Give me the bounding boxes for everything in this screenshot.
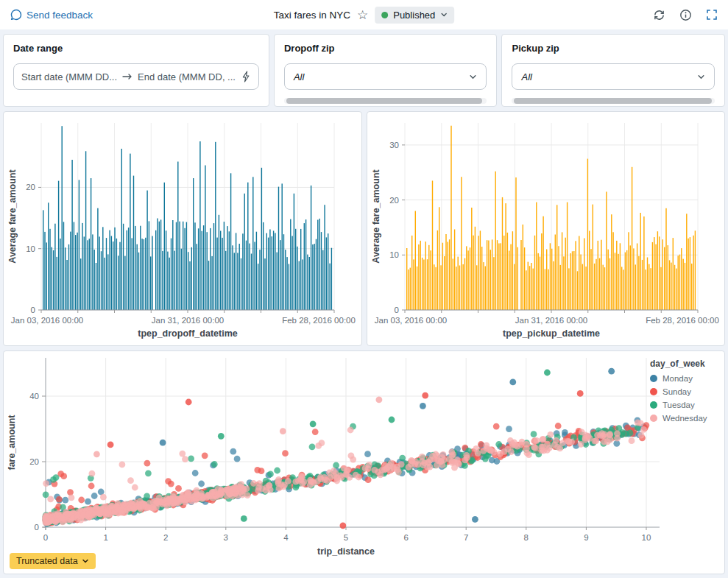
chevron-down-icon	[440, 11, 448, 18]
svg-text:6: 6	[403, 533, 408, 542]
page-title: Taxi fares in NYC	[274, 10, 350, 21]
svg-text:20: 20	[29, 457, 39, 466]
star-icon[interactable]: ☆	[357, 9, 368, 21]
legend-dot-icon	[650, 388, 657, 395]
legend-items: MondaySundayTuesdayWednesday	[650, 374, 721, 423]
svg-text:20: 20	[389, 196, 399, 205]
refresh-icon	[653, 9, 665, 21]
legend-title: day_of_week	[650, 359, 721, 369]
svg-text:7: 7	[464, 533, 468, 542]
svg-text:8: 8	[524, 533, 529, 542]
horizontal-scrollbar[interactable]	[512, 98, 715, 104]
pickup-zip-value: All	[521, 71, 531, 82]
pickup-zip-select[interactable]: All	[512, 63, 715, 90]
svg-text:Feb 28, 2016 00:00: Feb 28, 2016 00:00	[646, 316, 719, 325]
scatter-chart[interactable]: 02040012345678910trip_distancefare_amoun…	[4, 352, 724, 573]
chevron-down-icon	[697, 73, 705, 81]
top-bar: Send feedback Taxi fares in NYC ☆ Publis…	[0, 0, 728, 29]
svg-text:4: 4	[283, 533, 289, 542]
date-range-input[interactable]: Start date (MMM DD... End date (MMM DD, …	[13, 63, 259, 90]
pickup-bar-chart[interactable]: 0102030Jan 03, 2016 00:00Jan 31, 2016 00…	[370, 114, 722, 343]
svg-text:0: 0	[394, 306, 398, 314]
dropoff-zip-title: Dropoff zip	[284, 43, 487, 54]
legend-dot-icon	[650, 375, 657, 382]
dropoff-zip-card: Dropoff zip All	[274, 34, 498, 107]
svg-text:0: 0	[31, 306, 35, 314]
refresh-button[interactable]	[653, 9, 665, 21]
svg-text:trip_distance: trip_distance	[317, 546, 375, 557]
svg-text:2: 2	[163, 533, 168, 542]
date-range-title: Date range	[13, 43, 259, 54]
svg-text:Feb 28, 2016 00:00: Feb 28, 2016 00:00	[282, 316, 356, 325]
svg-text:Jan 31, 2016 00:00: Jan 31, 2016 00:00	[152, 316, 224, 325]
dropoff-zip-select[interactable]: All	[284, 63, 487, 90]
fullscreen-icon	[706, 9, 718, 21]
svg-text:10: 10	[389, 250, 399, 259]
scrollbar-thumb[interactable]	[514, 98, 712, 104]
lightning-bolt-icon[interactable]	[241, 71, 251, 82]
svg-text:Average fare_amount: Average fare_amount	[371, 169, 381, 263]
date-range-card: Date range Start date (MMM DD... End dat…	[3, 34, 269, 107]
info-icon	[679, 9, 692, 21]
legend-item-monday[interactable]: Monday	[650, 374, 721, 383]
publish-status-dropdown[interactable]: Published	[375, 7, 454, 24]
svg-text:20: 20	[26, 183, 35, 191]
legend-item-sunday[interactable]: Sunday	[650, 387, 721, 396]
dropoff-chart-card: 01020Jan 03, 2016 00:00Jan 31, 2016 00:0…	[3, 111, 362, 346]
dropoff-zip-value: All	[294, 71, 304, 82]
legend-dot-icon	[650, 415, 657, 422]
svg-text:Jan 03, 2016 00:00: Jan 03, 2016 00:00	[374, 316, 446, 325]
legend-dot-icon	[650, 401, 657, 409]
arrow-right-icon	[122, 73, 132, 80]
svg-text:40: 40	[29, 392, 39, 401]
truncated-data-badge[interactable]: Truncated data	[10, 553, 96, 569]
pickup-zip-card: Pickup zip All	[501, 34, 725, 107]
toolbar-icons	[653, 9, 718, 21]
svg-text:3: 3	[224, 533, 228, 542]
svg-text:5: 5	[344, 533, 348, 542]
send-feedback-link[interactable]: Send feedback	[10, 9, 93, 21]
legend-label: Tuesday	[662, 401, 695, 409]
svg-text:Average fare_amount: Average fare_amount	[7, 169, 18, 263]
bar-chart-row: 01020Jan 03, 2016 00:00Jan 31, 2016 00:0…	[3, 111, 725, 346]
dropoff-bar-chart[interactable]: 01020Jan 03, 2016 00:00Jan 31, 2016 00:0…	[6, 114, 358, 343]
chevron-down-icon	[469, 73, 477, 81]
svg-text:0: 0	[35, 523, 39, 532]
start-date-placeholder: Start date (MMM DD...	[21, 71, 117, 82]
svg-text:tpep_dropoff_datetime: tpep_dropoff_datetime	[138, 328, 237, 339]
scrollbar-thumb[interactable]	[286, 98, 482, 104]
svg-text:10: 10	[26, 244, 35, 253]
legend-label: Monday	[662, 374, 693, 383]
svg-text:9: 9	[584, 533, 588, 542]
send-feedback-label: Send feedback	[26, 10, 93, 21]
dashboard-page: Send feedback Taxi fares in NYC ☆ Publis…	[0, 0, 728, 574]
end-date-placeholder: End date (MMM DD, ...	[138, 71, 236, 82]
legend-label: Sunday	[662, 387, 691, 396]
svg-text:tpep_pickup_datetime: tpep_pickup_datetime	[503, 328, 600, 339]
svg-text:fare_amount: fare_amount	[7, 415, 17, 470]
scatter-legend: day_of_week MondaySundayTuesdayWednesday	[650, 359, 721, 427]
svg-text:Jan 31, 2016 00:00: Jan 31, 2016 00:00	[515, 316, 587, 325]
svg-text:1: 1	[103, 533, 107, 542]
legend-item-tuesday[interactable]: Tuesday	[650, 401, 721, 409]
pickup-zip-title: Pickup zip	[512, 43, 715, 54]
filter-row: Date range Start date (MMM DD... End dat…	[3, 34, 725, 107]
svg-text:0: 0	[43, 533, 48, 542]
pickup-chart-card: 0102030Jan 03, 2016 00:00Jan 31, 2016 00…	[367, 111, 726, 346]
svg-text:Jan 03, 2016 00:00: Jan 03, 2016 00:00	[11, 316, 83, 325]
chevron-down-icon	[82, 557, 89, 565]
svg-text:30: 30	[389, 141, 399, 149]
info-button[interactable]	[679, 9, 692, 21]
truncated-data-label: Truncated data	[16, 556, 78, 566]
status-dot-icon	[381, 12, 388, 18]
speech-bubble-icon	[10, 9, 22, 21]
horizontal-scrollbar[interactable]	[284, 98, 487, 104]
svg-text:10: 10	[642, 533, 651, 542]
title-group: Taxi fares in NYC ☆ Published	[274, 7, 455, 24]
legend-label: Wednesday	[662, 414, 707, 423]
legend-item-wednesday[interactable]: Wednesday	[650, 414, 721, 423]
scatter-chart-card: 02040012345678910trip_distancefare_amoun…	[3, 350, 725, 574]
status-label: Published	[393, 10, 435, 21]
fullscreen-button[interactable]	[706, 9, 718, 21]
